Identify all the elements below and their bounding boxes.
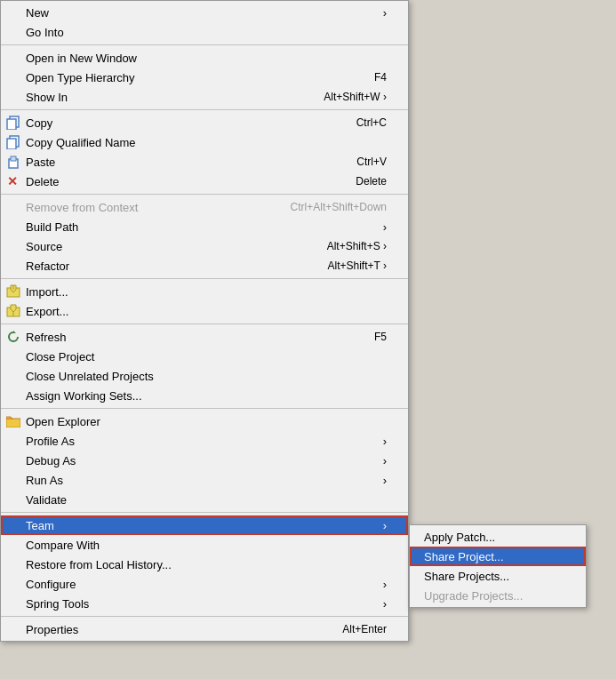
copy-icon <box>4 114 22 132</box>
profile-as-arrow: › <box>374 435 387 448</box>
open-type-hierarchy-label: Open Type Hierarchy <box>26 71 135 84</box>
copy-label: Copy <box>26 116 52 130</box>
build-path-label: Build Path <box>26 220 78 234</box>
submenu-item-share-projects[interactable]: Share Projects... <box>410 566 586 586</box>
menu-item-open-type-hierarchy[interactable]: Open Type Hierarchy F4 <box>1 68 408 87</box>
delete-label: Delete <box>26 175 60 188</box>
source-shortcut: Alt+Shift+S › <box>309 240 387 252</box>
close-unrelated-projects-label: Close Unrelated Projects <box>26 370 154 383</box>
open-explorer-icon <box>4 412 22 430</box>
menu-item-export[interactable]: Export... <box>1 301 408 321</box>
menu-item-remove-from-context[interactable]: Remove from Context Ctrl+Alt+Shift+Down <box>1 197 408 217</box>
menu-item-refactor[interactable]: Refactor Alt+Shift+T › <box>1 256 408 276</box>
debug-as-arrow: › <box>374 454 387 467</box>
menu-item-properties[interactable]: Properties Alt+Enter <box>1 619 408 639</box>
export-icon <box>4 302 22 320</box>
svg-rect-5 <box>11 156 16 161</box>
separator-3 <box>1 194 408 195</box>
menu-item-spring-tools[interactable]: Spring Tools › <box>1 594 408 613</box>
configure-label: Configure <box>26 578 76 591</box>
apply-patch-label: Apply Patch... <box>424 531 495 544</box>
menu-item-import[interactable]: Import... <box>1 282 408 301</box>
properties-shortcut: Alt+Enter <box>324 623 387 635</box>
export-label: Export... <box>26 305 68 318</box>
separator-5 <box>1 324 408 324</box>
menu-item-run-as[interactable]: Run As › <box>1 470 408 490</box>
separator-4 <box>1 278 408 279</box>
share-projects-label: Share Projects... <box>424 570 509 583</box>
debug-as-label: Debug As <box>26 454 76 467</box>
upgrade-projects-label: Upgrade Projects... <box>424 589 523 603</box>
refactor-shortcut: Alt+Shift+T › <box>310 260 387 272</box>
separator-8 <box>1 616 408 617</box>
refactor-label: Refactor <box>26 260 69 273</box>
delete-icon: ✕ <box>4 172 22 190</box>
remove-from-context-label: Remove from Context <box>26 201 138 214</box>
menu-item-profile-as[interactable]: Profile As › <box>1 431 408 451</box>
submenu-item-apply-patch[interactable]: Apply Patch... <box>410 527 586 547</box>
menu-item-show-in[interactable]: Show In Alt+Shift+W › <box>1 87 408 107</box>
spring-tools-label: Spring Tools <box>26 597 89 611</box>
remove-from-context-shortcut: Ctrl+Alt+Shift+Down <box>273 201 387 213</box>
copy-qualified-icon <box>4 133 22 151</box>
build-path-arrow: › <box>374 220 387 234</box>
menu-item-open-explorer[interactable]: Open Explorer <box>1 411 408 431</box>
open-new-window-label: Open in New Window <box>26 52 137 65</box>
menu-item-copy-qualified-name[interactable]: Copy Qualified Name <box>1 132 408 152</box>
separator-7 <box>1 512 408 513</box>
refresh-icon <box>4 328 22 346</box>
menu-item-open-new-window[interactable]: Open in New Window <box>1 48 408 68</box>
configure-arrow: › <box>374 578 387 591</box>
show-in-label: Show In <box>26 91 68 104</box>
spring-tools-arrow: › <box>374 597 387 611</box>
team-submenu: Apply Patch... Share Project... Share Pr… <box>409 524 587 608</box>
source-label: Source <box>26 240 62 253</box>
menu-item-paste[interactable]: Paste Ctrl+V <box>1 152 408 172</box>
menu-item-restore-from-local-history[interactable]: Restore from Local History... <box>1 555 408 574</box>
menu-item-close-project[interactable]: Close Project <box>1 347 408 366</box>
menu-item-validate[interactable]: Validate <box>1 490 408 509</box>
paste-label: Paste <box>26 156 55 169</box>
menu-item-source[interactable]: Source Alt+Shift+S › <box>1 236 408 256</box>
menu-item-configure[interactable]: Configure › <box>1 574 408 594</box>
svg-rect-14 <box>6 419 20 427</box>
svg-text:✕: ✕ <box>7 174 18 188</box>
run-as-arrow: › <box>374 474 387 487</box>
share-project-label: Share Project... <box>424 550 504 563</box>
menu-item-build-path[interactable]: Build Path › <box>1 217 408 236</box>
run-as-label: Run As <box>26 474 63 487</box>
paste-icon <box>4 153 22 171</box>
team-label: Team <box>26 519 54 532</box>
copy-qualified-name-label: Copy Qualified Name <box>26 136 136 149</box>
restore-from-local-history-label: Restore from Local History... <box>26 558 172 571</box>
properties-label: Properties <box>26 623 78 636</box>
menu-item-debug-as[interactable]: Debug As › <box>1 451 408 470</box>
menu-item-close-unrelated-projects[interactable]: Close Unrelated Projects <box>1 366 408 386</box>
separator-1 <box>1 44 408 45</box>
submenu-item-share-project[interactable]: Share Project... <box>410 547 586 566</box>
menu-item-team[interactable]: Team › <box>1 515 408 535</box>
svg-marker-13 <box>13 331 16 333</box>
menu-item-new[interactable]: New › <box>1 3 408 22</box>
menu-item-assign-working-sets[interactable]: Assign Working Sets... <box>1 386 408 405</box>
menu-item-delete[interactable]: ✕ Delete Delete <box>1 172 408 191</box>
new-arrow: › <box>374 6 387 20</box>
import-label: Import... <box>26 285 68 299</box>
show-in-shortcut: Alt+Shift+W › <box>306 91 387 103</box>
svg-rect-3 <box>7 139 16 149</box>
compare-with-label: Compare With <box>26 539 100 552</box>
close-project-label: Close Project <box>26 350 94 363</box>
new-label: New <box>26 6 49 20</box>
delete-shortcut: Delete <box>338 175 387 188</box>
assign-working-sets-label: Assign Working Sets... <box>26 389 142 403</box>
go-into-label: Go Into <box>26 26 64 39</box>
menu-item-go-into[interactable]: Go Into <box>1 22 408 42</box>
menu-item-compare-with[interactable]: Compare With <box>1 535 408 555</box>
context-menu: New › Go Into Open in New Window Open Ty… <box>0 0 409 642</box>
refresh-label: Refresh <box>26 331 67 344</box>
separator-6 <box>1 408 408 409</box>
refresh-shortcut: F5 <box>356 331 387 343</box>
menu-item-copy[interactable]: Copy Ctrl+C <box>1 113 408 132</box>
submenu-item-upgrade-projects[interactable]: Upgrade Projects... <box>410 586 586 605</box>
menu-item-refresh[interactable]: Refresh F5 <box>1 327 408 347</box>
